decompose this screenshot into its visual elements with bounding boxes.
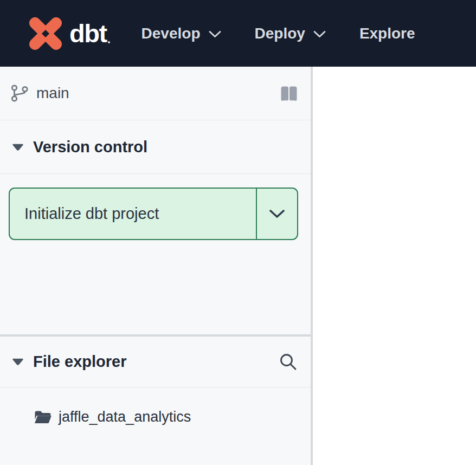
- branch-name: main: [36, 85, 69, 102]
- trademark-dot: [108, 41, 110, 43]
- collapse-triangle-icon: [12, 144, 24, 151]
- initialize-project-dropdown-button[interactable]: [257, 189, 297, 239]
- version-control-panel: Initialize dbt project: [0, 174, 311, 337]
- initialize-project-button[interactable]: Initialize dbt project: [10, 189, 256, 239]
- file-explorer-header[interactable]: File explorer: [0, 337, 311, 388]
- git-branch-icon: [10, 83, 29, 103]
- tree-item-folder[interactable]: jaffle_data_analytics: [0, 404, 311, 430]
- file-explorer-title: File explorer: [33, 353, 126, 371]
- branch-selector[interactable]: main: [10, 83, 69, 103]
- initialize-project-split-button: Initialize dbt project: [9, 188, 298, 240]
- dbt-logo[interactable]: dbt: [28, 16, 110, 51]
- chevron-down-icon: [313, 30, 326, 38]
- editor-empty-area: [313, 67, 476, 465]
- main-nav: Develop Deploy Explore: [141, 25, 415, 42]
- nav-item-deploy-label: Deploy: [255, 25, 305, 42]
- nav-item-develop-label: Develop: [141, 25, 201, 42]
- chevron-down-icon: [269, 209, 285, 218]
- top-navbar: dbt Develop Deploy Explore: [0, 0, 476, 67]
- file-tree: jaffle_data_analytics: [0, 388, 311, 430]
- collapse-triangle-icon: [12, 358, 24, 365]
- folder-open-icon: [34, 410, 52, 424]
- tree-item-label: jaffle_data_analytics: [59, 409, 191, 425]
- search-icon[interactable]: [278, 352, 298, 372]
- left-sidebar: main Version control Initialize dbt proj…: [0, 67, 313, 465]
- nav-item-deploy[interactable]: Deploy: [255, 25, 326, 42]
- nav-item-explore-label: Explore: [359, 25, 415, 42]
- chevron-down-icon: [209, 30, 221, 38]
- version-control-header[interactable]: Version control: [0, 120, 311, 174]
- dbt-logo-text: dbt: [69, 21, 107, 46]
- dbt-logo-icon: [28, 16, 63, 51]
- nav-item-explore[interactable]: Explore: [359, 25, 415, 42]
- branch-row: main: [0, 67, 311, 120]
- docs-book-icon[interactable]: [279, 85, 299, 102]
- nav-item-develop[interactable]: Develop: [141, 25, 221, 42]
- version-control-title: Version control: [33, 138, 147, 156]
